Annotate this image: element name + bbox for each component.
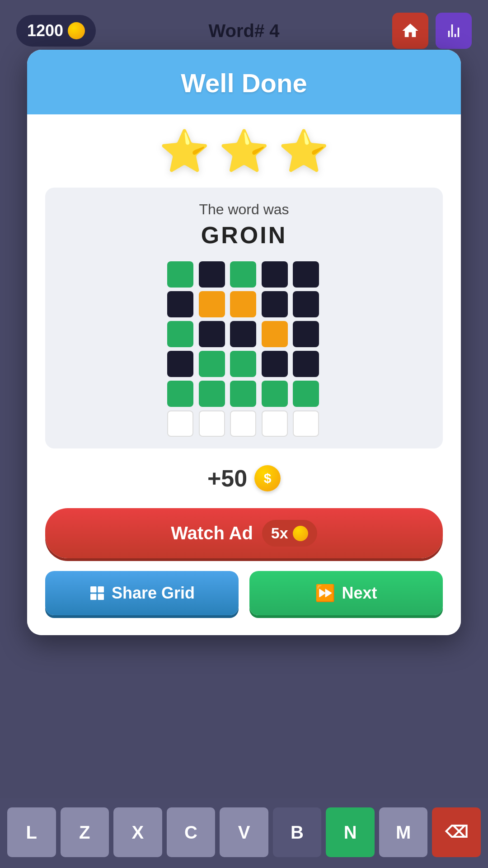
grid-cell-0-3 xyxy=(262,261,288,288)
key-x[interactable]: X xyxy=(113,807,162,857)
watch-ad-button[interactable]: Watch Ad 5x xyxy=(45,508,443,558)
grid-cell-0-4 xyxy=(293,261,319,288)
word-label: The word was xyxy=(59,201,429,218)
grid-cell-2-1 xyxy=(199,321,225,347)
watch-ad-badge: 5x xyxy=(262,520,317,547)
key-z[interactable]: Z xyxy=(61,807,109,857)
grid-cell-5-4 xyxy=(293,410,319,437)
home-icon xyxy=(401,21,420,40)
grid-cell-0-2 xyxy=(230,261,256,288)
modal-title: Well Done xyxy=(36,68,452,98)
star-3: ⭐ xyxy=(278,131,329,171)
grid-cell-3-3 xyxy=(262,351,288,377)
grid-cell-1-2 xyxy=(230,291,256,317)
svg-rect-2 xyxy=(90,594,97,600)
grid-cell-0-1 xyxy=(199,261,225,288)
grid-cell-5-1 xyxy=(199,410,225,437)
page-title: Word# 4 xyxy=(209,21,280,41)
grid-cell-4-3 xyxy=(262,381,288,407)
modal-body: ⭐ ⭐ ⭐ The word was GROIN +50 $ Watch Ad … xyxy=(27,114,461,635)
key-m[interactable]: M xyxy=(379,807,428,857)
top-bar: 1200 Word# 4 xyxy=(0,0,488,58)
grid-cell-4-4 xyxy=(293,381,319,407)
share-label: Share Grid xyxy=(112,584,195,603)
grid-cell-1-1 xyxy=(199,291,225,317)
guess-grid xyxy=(167,261,321,437)
keyboard: LZXCVBNM⌫ xyxy=(0,798,488,868)
reward-coin-icon: $ xyxy=(254,465,281,491)
svg-rect-3 xyxy=(98,594,104,600)
grid-cell-1-3 xyxy=(262,291,288,317)
next-button[interactable]: ⏩ Next xyxy=(249,571,443,615)
key-delete[interactable]: ⌫ xyxy=(432,807,481,857)
watch-ad-label: Watch Ad xyxy=(171,523,253,543)
coins-badge: 1200 xyxy=(16,15,96,47)
svg-rect-0 xyxy=(90,586,97,593)
badge-coin-icon xyxy=(293,526,308,541)
reward-row: +50 $ xyxy=(45,465,443,492)
key-n[interactable]: N xyxy=(326,807,375,857)
grid-cell-4-0 xyxy=(167,381,193,407)
share-grid-icon xyxy=(89,585,105,601)
key-c[interactable]: C xyxy=(167,807,216,857)
key-l[interactable]: L xyxy=(7,807,56,857)
grid-cell-3-1 xyxy=(199,351,225,377)
result-modal: Well Done ⭐ ⭐ ⭐ The word was GROIN +50 $… xyxy=(27,50,461,635)
star-1: ⭐ xyxy=(159,131,210,171)
share-grid-button[interactable]: Share Grid xyxy=(45,571,239,615)
coin-icon xyxy=(68,22,85,39)
key-b[interactable]: B xyxy=(273,807,322,857)
grid-cell-2-3 xyxy=(262,321,288,347)
multiplier-text: 5x xyxy=(271,524,288,542)
modal-header: Well Done xyxy=(27,50,461,114)
stats-icon xyxy=(444,21,463,40)
star-2: ⭐ xyxy=(219,131,269,171)
home-button[interactable] xyxy=(392,13,428,49)
key-v[interactable]: V xyxy=(220,807,268,857)
svg-rect-1 xyxy=(98,586,104,593)
grid-cell-4-2 xyxy=(230,381,256,407)
word-card: The word was GROIN xyxy=(45,188,443,448)
grid-cell-3-0 xyxy=(167,351,193,377)
grid-cell-3-2 xyxy=(230,351,256,377)
top-right-buttons xyxy=(392,13,472,49)
reward-amount: +50 xyxy=(207,465,247,492)
grid-cell-1-0 xyxy=(167,291,193,317)
action-buttons: Share Grid ⏩ Next xyxy=(45,571,443,615)
word-answer: GROIN xyxy=(59,222,429,249)
grid-cell-5-3 xyxy=(262,410,288,437)
grid-cell-5-0 xyxy=(167,410,193,437)
grid-cell-0-0 xyxy=(167,261,193,288)
grid-cell-1-4 xyxy=(293,291,319,317)
grid-cell-3-4 xyxy=(293,351,319,377)
stars-row: ⭐ ⭐ ⭐ xyxy=(45,131,443,171)
next-icon: ⏩ xyxy=(315,584,335,603)
grid-cell-2-2 xyxy=(230,321,256,347)
stats-button[interactable] xyxy=(436,13,472,49)
grid-cell-5-2 xyxy=(230,410,256,437)
next-label: Next xyxy=(342,584,377,603)
coins-amount: 1200 xyxy=(27,21,63,40)
grid-cell-2-0 xyxy=(167,321,193,347)
grid-cell-4-1 xyxy=(199,381,225,407)
grid-cell-2-4 xyxy=(293,321,319,347)
